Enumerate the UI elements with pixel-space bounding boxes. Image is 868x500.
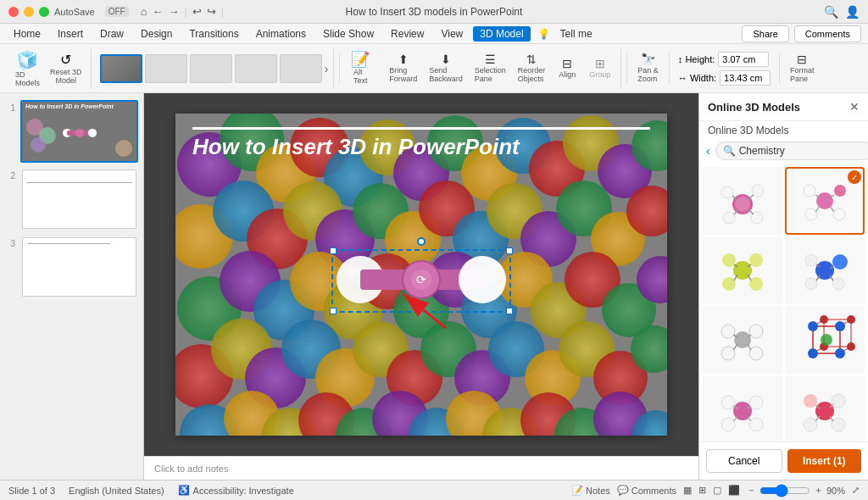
rotation-handle[interactable] bbox=[417, 237, 426, 246]
zoom-slider[interactable] bbox=[760, 484, 810, 497]
search-box[interactable]: 🔍 bbox=[715, 142, 868, 160]
menu-slideshow[interactable]: Slide Show bbox=[316, 26, 381, 42]
resize-handle-bl[interactable] bbox=[330, 308, 337, 314]
notes-button[interactable]: 📝 Notes bbox=[571, 485, 610, 496]
menu-animations[interactable]: Animations bbox=[249, 26, 313, 42]
pan-zoom-button[interactable]: 🔭 Pan &Zoom bbox=[632, 51, 664, 86]
menu-home[interactable]: Home bbox=[7, 26, 47, 42]
model-cell-5[interactable] bbox=[703, 306, 783, 374]
accessibility[interactable]: ♿ Accessibility: Investigate bbox=[178, 485, 294, 496]
model-4-svg bbox=[794, 242, 855, 299]
model-cell-6[interactable] bbox=[785, 306, 865, 374]
svg-point-3 bbox=[88, 129, 97, 137]
svg-point-145 bbox=[847, 342, 855, 351]
view-slide-sorter-icon[interactable]: ⊞ bbox=[698, 485, 706, 496]
slide-area[interactable]: How to Insert 3D in PowerPoint bbox=[144, 93, 698, 456]
panel-footer: Cancel Insert (1) bbox=[699, 442, 868, 480]
model-cell-1[interactable] bbox=[703, 167, 783, 235]
zoom-in-icon[interactable]: ＋ bbox=[814, 484, 823, 497]
redo-icon[interactable]: ↪ bbox=[207, 5, 216, 18]
model-cell-8[interactable] bbox=[785, 375, 865, 442]
menu-design[interactable]: Design bbox=[134, 26, 179, 42]
autosave-label: AutoSave bbox=[54, 7, 95, 17]
slide-accent-line bbox=[192, 127, 650, 130]
notes-icon: 📝 bbox=[571, 485, 583, 496]
view-reading-icon[interactable]: ▢ bbox=[713, 485, 721, 496]
svg-line-128 bbox=[748, 344, 751, 350]
menu-transitions[interactable]: Transitions bbox=[182, 26, 245, 42]
thumb-2[interactable] bbox=[145, 54, 187, 83]
resize-handle-tl[interactable] bbox=[330, 247, 337, 254]
home-icon[interactable]: ⌂ bbox=[141, 5, 147, 18]
format-pane-button[interactable]: ⊟ FormatPane bbox=[785, 51, 820, 86]
menu-tellme[interactable]: Tell me bbox=[554, 26, 599, 42]
height-input[interactable] bbox=[718, 52, 769, 67]
search-icon: 🔍 bbox=[723, 145, 736, 157]
maximize-button[interactable] bbox=[39, 7, 49, 17]
model-cell-4[interactable] bbox=[785, 236, 865, 304]
thumb-1[interactable] bbox=[100, 54, 142, 83]
menu-3dmodel[interactable]: 3D Model bbox=[473, 26, 530, 42]
slide-canvas-main[interactable]: How to Insert 3D in PowerPoint bbox=[175, 114, 667, 436]
svg-point-112 bbox=[805, 254, 817, 266]
bring-forward-button[interactable]: ⬆ BringForward bbox=[384, 51, 422, 86]
menu-draw[interactable]: Draw bbox=[93, 26, 131, 42]
autosave-toggle[interactable]: OFF bbox=[105, 6, 129, 17]
thumb-3[interactable] bbox=[190, 54, 232, 83]
panel-close-button[interactable]: ✕ bbox=[849, 100, 860, 114]
reset-3d-button[interactable]: ↺ Reset 3DModel bbox=[47, 50, 86, 86]
3d-models-button[interactable]: 🧊 3DModels bbox=[12, 48, 43, 89]
search-icon[interactable]: 🔍 bbox=[824, 5, 838, 19]
notes-area[interactable]: Click to add notes bbox=[144, 456, 698, 480]
cancel-button[interactable]: Cancel bbox=[706, 449, 782, 473]
forward-icon[interactable]: → bbox=[169, 5, 180, 18]
slide-image-3[interactable] bbox=[20, 236, 138, 298]
view-presenter-icon[interactable]: ⬛ bbox=[728, 485, 740, 496]
zoom-out-icon[interactable]: － bbox=[747, 484, 756, 497]
menu-insert[interactable]: Insert bbox=[51, 26, 90, 42]
model-cell-3[interactable] bbox=[703, 236, 783, 304]
width-input[interactable] bbox=[720, 70, 771, 86]
slide-thumb-3[interactable]: 3 bbox=[5, 236, 138, 298]
thumb-4[interactable] bbox=[235, 54, 277, 83]
close-button[interactable] bbox=[8, 7, 19, 17]
chevron-right-icon[interactable]: › bbox=[325, 62, 329, 75]
slide-image-1[interactable]: How to Insert 3D in PowerPoint bbox=[20, 100, 138, 163]
selection-pane-button[interactable]: ☰ SelectionPane bbox=[470, 51, 511, 86]
comments-status-button[interactable]: 💬 Comments bbox=[617, 485, 676, 496]
alt-text-button[interactable]: 📝 AltText bbox=[345, 49, 376, 87]
fit-slide-icon[interactable]: ⤢ bbox=[852, 485, 860, 496]
slide-image-2[interactable] bbox=[20, 168, 138, 231]
panel-title-bar: Online 3D Models ✕ bbox=[699, 93, 868, 121]
slide-thumb-2[interactable]: 2 bbox=[5, 168, 138, 231]
send-backward-button[interactable]: ⬇ SendBackward bbox=[424, 51, 468, 86]
view-normal-icon[interactable]: ▦ bbox=[683, 485, 692, 496]
svg-point-146 bbox=[821, 334, 832, 346]
svg-point-122 bbox=[749, 325, 763, 338]
slide-thumb-1[interactable]: 1 How to Insert 3D in PowerPoint bbox=[5, 100, 138, 163]
share-button[interactable]: Share bbox=[742, 25, 788, 42]
comments-icon: 💬 bbox=[617, 485, 629, 496]
resize-handle-br[interactable] bbox=[506, 308, 513, 314]
share-status-icon[interactable]: 👤 bbox=[845, 5, 860, 19]
reorder-objects-button[interactable]: ⇅ ReorderObjects bbox=[513, 51, 551, 86]
menu-review[interactable]: Review bbox=[384, 26, 431, 42]
svg-point-97 bbox=[833, 208, 845, 220]
insert-button[interactable]: Insert (1) bbox=[787, 449, 862, 473]
back-button[interactable]: ‹ bbox=[706, 144, 710, 158]
back-icon[interactable]: ← bbox=[153, 5, 164, 18]
svg-point-123 bbox=[721, 347, 735, 360]
minimize-button[interactable] bbox=[24, 7, 34, 17]
panel-title: Online 3D Models bbox=[708, 101, 800, 114]
model-cell-2[interactable]: ✓ bbox=[785, 167, 865, 235]
model-cell-7[interactable] bbox=[703, 375, 783, 442]
comments-button[interactable]: Comments bbox=[794, 25, 861, 42]
thumb-5[interactable] bbox=[280, 54, 322, 83]
undo-icon[interactable]: ↩ bbox=[192, 5, 202, 18]
menu-view[interactable]: View bbox=[434, 26, 470, 42]
resize-handle-tr[interactable] bbox=[506, 247, 513, 254]
search-input[interactable] bbox=[739, 145, 866, 157]
align-button[interactable]: ⊟ Align bbox=[552, 55, 582, 81]
window-title: How to Insert 3D models in PowerPoint bbox=[346, 6, 523, 18]
group-button[interactable]: ⊞ Group bbox=[584, 55, 615, 81]
